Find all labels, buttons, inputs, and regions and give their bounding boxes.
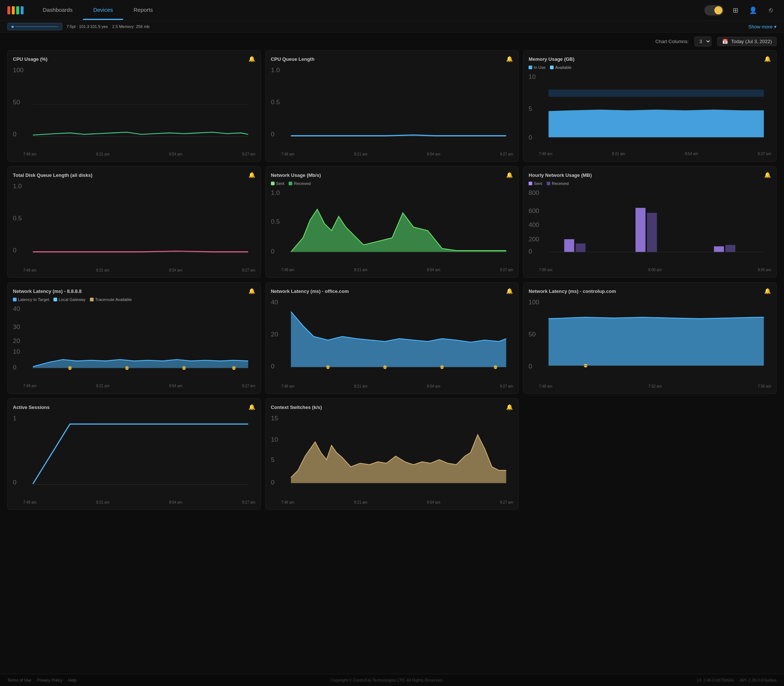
exit-icon[interactable]: ⎋ (765, 5, 777, 16)
svg-text:40: 40 (13, 305, 20, 313)
api-version: API: 2.39.0.67aa9ee (740, 678, 777, 682)
svg-text:1: 1 (13, 415, 16, 422)
chart-svg-latency-office: 40 20 0 (271, 297, 514, 383)
show-more-label: Show more (748, 24, 773, 29)
svg-text:0: 0 (13, 247, 16, 254)
legend-dot-received-hourly (547, 181, 550, 185)
bell-icon-latency-888[interactable]: 🔔 (249, 288, 255, 294)
logo-bar-blue (21, 6, 24, 15)
legend-memory: In Use Available (529, 65, 771, 70)
chart-area-disk-queue: 1.0 0.5 0 7:48 am 8:21 am 8:54 am 9:27 a… (13, 181, 255, 272)
svg-text:10: 10 (13, 348, 20, 356)
chart-grid: CPU Usage (%) 🔔 100 50 0 7:48 am 8:21 am… (7, 50, 777, 510)
svg-text:0: 0 (271, 248, 275, 255)
chart-cpu-queue: CPU Queue Length 🔔 1.0 0.5 0 7:48 am 8:2… (265, 50, 519, 162)
svg-text:600: 600 (529, 207, 539, 214)
tab-reports[interactable]: Reports (123, 1, 163, 20)
svg-rect-29 (564, 239, 574, 252)
info-1: 7:5pt · 101.3·101.5·yes (67, 24, 108, 29)
bell-icon-memory[interactable]: 🔔 (764, 56, 771, 62)
legend-dot-latency-target (13, 298, 16, 301)
bell-icon-active-sessions[interactable]: 🔔 (249, 404, 255, 410)
svg-text:1.0: 1.0 (271, 189, 280, 196)
svg-rect-33 (714, 247, 724, 252)
help-link[interactable]: Help (68, 678, 77, 682)
chart-title-hourly-network: Hourly Network Usage (MB) (529, 172, 592, 178)
grid-icon[interactable]: ⊞ (730, 5, 741, 16)
x-labels-network-usage: 7:48 am 8:21 am 8:54 am 9:27 am (271, 268, 514, 272)
bell-icon-hourly-network[interactable]: 🔔 (764, 172, 771, 178)
legend-label-latency-target: Latency to Target (18, 297, 49, 302)
user-icon[interactable]: 👤 (747, 5, 759, 16)
chart-area-context-switches: 15 10 5 0 7:48 am 8:21 am 8:54 am 9:27 a… (271, 413, 514, 505)
svg-text:50: 50 (529, 331, 535, 338)
legend-network: Sent Received (271, 181, 514, 186)
chart-svg-network-usage: 1.0 0.5 0 (271, 188, 514, 266)
bell-icon-latency-controlup[interactable]: 🔔 (764, 288, 771, 294)
terms-link[interactable]: Terms of Use (7, 678, 31, 682)
nav-right: ☀ ⊞ 👤 ⎋ (704, 5, 777, 16)
svg-marker-12 (549, 90, 764, 96)
logo-bar-red (7, 6, 10, 15)
date-label: Today (Jul 3, 2022) (731, 39, 772, 44)
chart-svg-hourly-network: 800 600 400 200 0 (529, 188, 771, 266)
tab-dashboards[interactable]: Dashboards (33, 1, 83, 20)
chart-area-hourly-network: 800 600 400 200 0 7:00 (529, 188, 771, 272)
logo-bar-green (16, 6, 19, 15)
chart-svg-active-sessions: 1 0 (13, 413, 255, 499)
chart-svg-memory: 10 5 0 (529, 72, 771, 150)
svg-text:0: 0 (13, 364, 16, 371)
chart-area-cpu-usage: 100 50 0 7:48 am 8:21 am 8:54 am 9:27 am (13, 65, 255, 156)
svg-text:50: 50 (13, 98, 20, 106)
privacy-link[interactable]: Privacy Policy (37, 678, 62, 682)
svg-text:15: 15 (271, 415, 278, 422)
chart-svg-cpu-queue: 1.0 0.5 0 (271, 65, 514, 151)
bell-icon-latency-office[interactable]: 🔔 (506, 288, 513, 294)
chart-area-latency-controlup: 100 50 0 7:48 am 7:52 am 7:56 am (529, 297, 771, 388)
bell-icon-cpu-usage[interactable]: 🔔 (249, 56, 255, 62)
legend-dot-traceroute (90, 298, 93, 301)
x-labels-hourly-network: 7:00 am 8:00 am 9:00 am (529, 268, 771, 272)
device-chip: ■ ─────────────── (7, 23, 62, 30)
svg-text:100: 100 (529, 299, 539, 306)
svg-text:0: 0 (271, 363, 275, 370)
svg-text:10: 10 (529, 73, 535, 80)
chart-svg-cpu-usage: 100 50 0 (13, 65, 255, 151)
svg-text:20: 20 (13, 338, 20, 345)
tab-devices[interactable]: Devices (83, 1, 123, 20)
svg-text:0: 0 (271, 131, 275, 138)
show-more-button[interactable]: Show more ▾ (748, 24, 777, 29)
svg-text:0: 0 (13, 131, 16, 138)
bell-icon-disk-queue[interactable]: 🔔 (249, 172, 255, 178)
chart-area-latency-888: 40 30 20 10 0 7:48 am 8:21 am (13, 304, 255, 388)
ui-version: UI: 2.46.0.b875b564 (697, 678, 734, 682)
device-info-bar: ■ ─────────────── 7:5pt · 101.3·101.5·ye… (7, 23, 149, 30)
svg-text:0.5: 0.5 (271, 98, 280, 106)
chart-title-cpu-usage: CPU Usage (%) (13, 56, 47, 62)
date-picker[interactable]: 📅 Today (Jul 3, 2022) (717, 37, 777, 46)
theme-toggle[interactable]: ☀ (704, 5, 723, 15)
svg-text:0: 0 (529, 134, 532, 141)
bell-icon-cpu-queue[interactable]: 🔔 (506, 56, 513, 62)
columns-select[interactable]: 3 2 1 (694, 36, 711, 46)
legend-label-traceroute: Traceroute Available (95, 297, 132, 302)
nav-tabs: Dashboards Devices Reports (33, 1, 704, 20)
bell-icon-network-usage[interactable]: 🔔 (506, 172, 513, 178)
bell-icon-context-switches[interactable]: 🔔 (506, 404, 513, 410)
x-labels-memory: 7:48 am 8:21 am 8:54 am 9:27 am (529, 152, 771, 156)
svg-text:0: 0 (271, 479, 275, 486)
chart-active-sessions: Active Sessions 🔔 1 0 7:48 am 8:21 am 8:… (7, 398, 261, 510)
legend-hourly: Sent Received (529, 181, 771, 186)
columns-label: Chart Columns: (655, 39, 689, 44)
x-labels-cpu-queue: 7:48 am 8:21 am 8:54 am 9:27 am (271, 152, 514, 156)
chevron-down-icon: ▾ (774, 24, 777, 29)
x-labels-context-switches: 7:48 am 8:21 am 8:54 am 9:27 am (271, 500, 514, 505)
chart-hourly-network: Hourly Network Usage (MB) 🔔 Sent Receive… (523, 166, 777, 278)
x-labels-cpu-usage: 7:48 am 8:21 am 8:54 am 9:27 am (13, 152, 255, 156)
legend-label-inuse: In Use (534, 65, 545, 70)
svg-text:10: 10 (271, 436, 278, 444)
legend-dot-local-gw (54, 298, 57, 301)
chart-area-network-usage: 1.0 0.5 0 7:48 am 8:21 am 8:54 am 9:27 a… (271, 188, 514, 272)
legend-label-received: Received (294, 181, 311, 186)
legend-label-sent-hourly: Sent (534, 181, 542, 186)
